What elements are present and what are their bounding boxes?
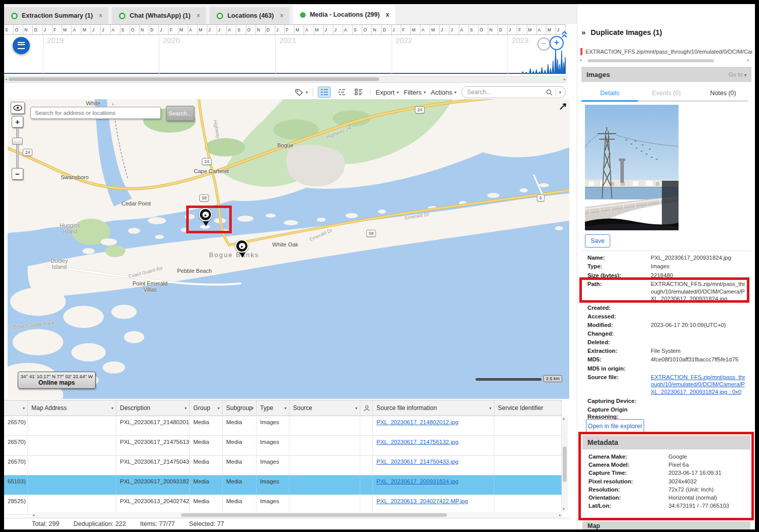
path-hscroll-thumb[interactable] xyxy=(587,59,714,62)
actions-button[interactable]: Actions▾ xyxy=(431,89,456,96)
header-subgroup[interactable]: Subgroup▾ xyxy=(223,400,257,416)
table-row[interactable]: 65103)PXL_20230617_200931824.jpgMediaMed… xyxy=(4,475,562,495)
map-view[interactable]: WhiteHighway 24BogueCape CarteretSwansbo… xyxy=(8,99,569,399)
collapse-timeline-button[interactable] xyxy=(561,30,568,40)
field-row: MD5:4fce08f1010aff31fbaccc7ff5fe1d75 xyxy=(577,356,755,363)
map-zoom-slider-thumb[interactable] xyxy=(12,138,23,145)
map-search-button[interactable]: Search... xyxy=(166,106,194,121)
cell-group: Media xyxy=(190,495,223,514)
cell-subgroup: Media xyxy=(223,436,257,455)
tab-locations[interactable]: Locations (463) × xyxy=(209,7,289,24)
table-vscrollbar[interactable]: ▴ ▾ xyxy=(562,416,568,511)
duplicate-path-text: EXTRACTION_FFS.zip/mnt/pass_through/10/e… xyxy=(585,49,752,55)
filters-button[interactable]: Filters▾ xyxy=(404,89,426,96)
table-row[interactable]: 26570)PXL_20230617_214802012.jpgMediaMed… xyxy=(4,416,562,436)
table-row[interactable]: 26570)PXL_20230617_214750433.jpgMediaMed… xyxy=(4,456,562,475)
source-file-link[interactable]: PXL_20230617_214802012.jpg xyxy=(376,419,458,425)
cell-person xyxy=(360,436,373,455)
scroll-up-icon[interactable]: ▴ xyxy=(563,416,565,421)
cell-subgroup: Media xyxy=(223,456,257,475)
cell-description: PXL_20230617_200931824.jpg xyxy=(116,475,190,495)
scroll-right-icon[interactable]: ▸ xyxy=(559,513,561,517)
online-maps-button[interactable]: 34° 41' 10.17'' N 77° 02' 22.64'' W Onli… xyxy=(18,372,96,389)
field-row: Deleted: xyxy=(577,339,755,346)
cell-type: Images xyxy=(257,416,289,435)
path-hscrollbar[interactable]: ◂ ▸ xyxy=(585,59,743,63)
scroll-left-icon[interactable]: ◂ xyxy=(579,58,581,62)
close-icon[interactable]: × xyxy=(99,12,102,19)
timeline-chart[interactable]: 20192020202120222023 xyxy=(4,34,566,75)
tab-extraction-summary[interactable]: Extraction Summary (1) × xyxy=(4,7,108,24)
table-row[interactable]: 26570)PXL_20230617_214756132.jpgMediaMed… xyxy=(4,436,562,456)
header-source[interactable]: Source▾ xyxy=(289,400,360,416)
source-file-link[interactable]: PXL_20230613_204027422.MP.jpg xyxy=(376,498,468,504)
source-file-link[interactable]: PXL_20230617_200931824.jpg xyxy=(376,478,458,484)
tab-details[interactable]: Details xyxy=(581,87,638,100)
header-group[interactable]: Group▾ xyxy=(190,400,223,416)
field-value[interactable]: EXTRACTION_FFS.zip/mnt/pass_through/10/e… xyxy=(651,374,748,396)
map-search-input[interactable] xyxy=(30,107,161,119)
header-service-identifier[interactable]: Service Identifier xyxy=(494,400,562,416)
scroll-right-icon[interactable]: ▸ xyxy=(564,77,566,81)
source-file-link[interactable]: PXL_20230617_214756132.jpg xyxy=(376,439,458,445)
panel-title: Duplicate Images (1) xyxy=(591,28,662,36)
field-label: Capture Origin Reasoning: xyxy=(587,406,651,421)
tag-menu-button[interactable]: ▾ xyxy=(295,89,308,96)
header-select[interactable]: ▾ xyxy=(4,400,28,416)
export-button[interactable]: Export▾ xyxy=(375,89,399,96)
marker-head: ▶ xyxy=(199,208,212,221)
field-label: Accessed: xyxy=(587,313,651,320)
map-label: Bogue xyxy=(277,142,293,148)
map-zoom-in-button[interactable]: + xyxy=(12,116,23,128)
map-visibility-button[interactable] xyxy=(11,102,25,114)
timeline-month: D xyxy=(498,25,508,34)
scroll-left-icon[interactable]: ◂ xyxy=(32,513,34,517)
tab-notes[interactable]: Notes (0) xyxy=(695,87,751,100)
scroll-right-icon[interactable]: ▸ xyxy=(747,58,749,62)
close-icon[interactable]: x xyxy=(386,11,389,18)
timeline-month: M xyxy=(81,25,91,34)
source-file-link[interactable]: PXL_20230617_214750433.jpg xyxy=(376,459,458,465)
timeline-month-ruler[interactable]: SONDJFMAMJJASONDJFMAMJJASONDJFMAMJJASOND… xyxy=(4,24,566,35)
header-type[interactable]: Type▾ xyxy=(257,400,289,416)
map-marker[interactable]: ▶ xyxy=(235,239,249,260)
table-hscrollbar[interactable]: ◂ ▸ xyxy=(32,512,562,518)
header-source-file-information[interactable]: Source file information▾ xyxy=(373,400,494,416)
open-in-file-explorer-button[interactable]: Open in file explorer xyxy=(586,419,644,433)
scroll-down-icon[interactable]: ▾ xyxy=(563,507,565,511)
header-description[interactable]: Description▾ xyxy=(116,400,190,416)
view-thumbnail-button[interactable] xyxy=(353,87,365,97)
map-marker[interactable]: ▶ xyxy=(199,208,213,228)
view-details-button[interactable] xyxy=(318,87,330,97)
save-button[interactable]: Save xyxy=(585,234,610,248)
search-icon[interactable] xyxy=(546,89,553,96)
timeline-hscroll-thumb[interactable] xyxy=(9,77,379,81)
table-hscroll-thumb[interactable] xyxy=(181,513,447,517)
map-zoom-out-button[interactable]: − xyxy=(12,168,23,180)
view-list-button[interactable] xyxy=(335,87,348,97)
scroll-left-icon[interactable]: ◂ xyxy=(5,77,7,81)
image-thumbnail[interactable] xyxy=(585,105,679,230)
timeline-month: D xyxy=(149,25,159,34)
search-box[interactable]: ▾ xyxy=(461,86,566,98)
tab-media-locations[interactable]: Media - Locations (299) x xyxy=(293,5,395,24)
timeline-month: O xyxy=(362,25,372,34)
close-icon[interactable]: × xyxy=(280,12,283,19)
tab-chat-whatsapp[interactable]: Chat (WhatsApp) (1) × xyxy=(112,7,206,24)
map-zoom-slider-track[interactable] xyxy=(16,128,19,169)
timeline-zoom-out-button[interactable]: − xyxy=(537,37,551,51)
chevron-down-icon[interactable]: ▾ xyxy=(559,90,561,95)
expand-panel-icon[interactable]: » xyxy=(581,28,585,36)
timeline-legend-button[interactable] xyxy=(13,37,30,54)
close-icon[interactable]: × xyxy=(196,12,200,19)
search-input[interactable] xyxy=(466,88,543,96)
goto-dropdown[interactable]: Go to ▾ xyxy=(729,71,746,77)
header-person[interactable] xyxy=(360,400,373,416)
table-vscroll-thumb[interactable] xyxy=(563,446,567,482)
timeline-month: O xyxy=(130,25,140,34)
timeline-hscrollbar[interactable]: ◂ ▸ xyxy=(4,76,567,83)
tab-events[interactable]: Events (0) xyxy=(638,87,695,100)
duplicate-path-row[interactable]: EXTRACTION_FFS.zip/mnt/pass_through/10/e… xyxy=(580,47,752,57)
active-tab-underline xyxy=(581,100,638,102)
header-map-address[interactable]: Map Address▾ xyxy=(28,400,116,416)
